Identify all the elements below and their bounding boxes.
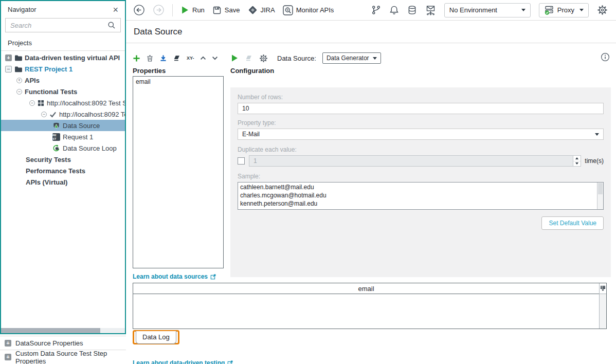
- clear-icon-disabled[interactable]: [245, 54, 253, 62]
- tree-item-label: Data-driven testing virtual API: [25, 54, 120, 62]
- spinner-up-icon[interactable]: [573, 156, 581, 161]
- sample-label: Sample:: [238, 173, 604, 180]
- proxy-button[interactable]: Proxy: [539, 3, 589, 17]
- expand-plus-icon[interactable]: +: [16, 78, 22, 83]
- tree-item-label: Security Tests: [26, 156, 71, 163]
- learn-data-driven-testing-link[interactable]: Learn about data-driven testing: [133, 359, 233, 364]
- email-column-header[interactable]: email: [133, 283, 599, 294]
- main-area: Run Save JIRA Monitor APIs: [126, 0, 616, 364]
- learn-data-sources-link[interactable]: Learn about data sources: [133, 273, 216, 280]
- tree-item-label: Request 1: [63, 133, 93, 141]
- number-of-rows-input[interactable]: 10: [238, 103, 604, 114]
- navigator-panel: Navigator × Search Projects + Data-drive…: [0, 0, 126, 334]
- jira-button[interactable]: JIRA: [248, 5, 275, 15]
- duplicate-count-input[interactable]: 1: [249, 155, 581, 167]
- notifications-bell-icon[interactable]: [389, 5, 399, 15]
- tree-item-label: Data Source Loop: [63, 144, 117, 152]
- tree-item-virtual-api-project[interactable]: + Data-driven testing virtual API: [1, 52, 125, 63]
- property-item[interactable]: email: [133, 78, 223, 86]
- search-input[interactable]: Search: [5, 18, 121, 32]
- tree-item-test-case[interactable]: − http://localhost:8092 Te: [1, 108, 125, 120]
- add-property-icon[interactable]: [133, 54, 140, 62]
- tree-item-request-1[interactable]: REST Request 1: [1, 131, 125, 142]
- xy-icon[interactable]: XY-: [187, 56, 194, 61]
- properties-list[interactable]: email: [133, 76, 224, 268]
- run-datasource-icon[interactable]: [230, 54, 239, 62]
- tree-item-label: REST Project 1: [25, 65, 73, 73]
- run-icon: [180, 6, 189, 14]
- collapse-minus-icon[interactable]: −: [5, 66, 12, 72]
- folder-icon: [14, 54, 22, 61]
- environment-value: No Environment: [449, 6, 497, 14]
- tree-item-test-suite[interactable]: − http://localhost:8092 Test S: [1, 97, 125, 108]
- tree-item-rest-project[interactable]: − REST Project 1: [1, 63, 125, 75]
- forward-icon[interactable]: [153, 4, 165, 16]
- collapse-minus-icon[interactable]: −: [29, 100, 35, 106]
- save-button[interactable]: Save: [212, 6, 240, 15]
- navigator-title: Navigator: [8, 6, 37, 13]
- info-icon[interactable]: [601, 52, 610, 62]
- clear-values-icon[interactable]: [173, 54, 181, 62]
- data-source-select[interactable]: Data Generator: [322, 52, 381, 64]
- monitor-apis-button[interactable]: Monitor APIs: [283, 5, 334, 15]
- button-row: Set Default Value: [238, 216, 604, 230]
- move-up-icon[interactable]: [200, 56, 206, 60]
- editor-content: XY- Properties email Learn about data so…: [126, 44, 616, 364]
- sample-list[interactable]: cathleen.barnett@mail.edu charles.mcgowa…: [238, 182, 604, 210]
- sample-value: charles.mcgowan@hotmail.edu: [240, 191, 595, 199]
- configuration-column: Data Source: Data Generator Configuratio…: [230, 51, 611, 277]
- configuration-header: Configuration: [230, 65, 611, 76]
- tree-item-performance-tests[interactable]: Performance Tests: [1, 165, 125, 176]
- tree-item-security-tests[interactable]: Security Tests: [1, 154, 125, 165]
- custom-datasource-properties-section[interactable]: + Custom Data Source Test Step Propertie…: [0, 350, 126, 364]
- tree-item-label: Performance Tests: [26, 167, 85, 175]
- datasource-properties-section[interactable]: + DataSource Properties: [0, 336, 126, 350]
- collapse-minus-icon[interactable]: −: [41, 112, 47, 117]
- move-down-icon[interactable]: [212, 56, 218, 60]
- database-icon[interactable]: [407, 5, 417, 15]
- data-source-loop-icon: [52, 144, 60, 152]
- table-scrollbar[interactable]: [599, 283, 606, 329]
- scrollbar-thumb[interactable]: [598, 183, 603, 194]
- table-options-icon[interactable]: [600, 283, 606, 294]
- navigator-horizontal-scrollbar[interactable]: [1, 328, 125, 333]
- property-type-value: E-Mail: [242, 131, 260, 138]
- main-toolbar: Run Save JIRA Monitor APIs: [126, 0, 616, 21]
- tree-item-label: http://localhost:8092 Test S: [47, 99, 125, 107]
- navigator-header: Navigator ×: [1, 1, 125, 16]
- tab-data-log[interactable]: Data Log: [136, 331, 176, 344]
- set-default-value-button[interactable]: Set Default Value: [541, 216, 604, 230]
- expand-plus-icon[interactable]: +: [5, 54, 12, 61]
- property-type-select[interactable]: E-Mail: [238, 129, 604, 140]
- collapse-minus-icon[interactable]: −: [16, 89, 22, 95]
- back-icon[interactable]: [133, 4, 145, 16]
- settings-gear-icon[interactable]: [259, 54, 268, 63]
- tree-item-data-source-loop[interactable]: Data Source Loop: [1, 142, 125, 154]
- scrollbar-thumb[interactable]: [1, 328, 100, 333]
- settings-gear-icon[interactable]: [597, 5, 608, 15]
- import-properties-icon[interactable]: [159, 54, 167, 62]
- tree-item-apis[interactable]: + APIs: [1, 75, 125, 86]
- tree-item-data-source[interactable]: Data Source: [1, 120, 125, 131]
- spinner-down-icon[interactable]: [573, 161, 581, 167]
- sample-scrollbar[interactable]: [597, 183, 603, 209]
- expand-plus-icon[interactable]: +: [5, 340, 11, 347]
- tree-item-label: http://localhost:8092 Te: [59, 111, 125, 118]
- chevron-down-icon: [521, 9, 526, 11]
- monitor-apis-icon: [283, 5, 293, 15]
- close-icon[interactable]: ×: [113, 7, 118, 13]
- duplicate-checkbox[interactable]: [238, 157, 245, 165]
- expand-plus-icon[interactable]: +: [5, 354, 11, 360]
- git-branch-icon[interactable]: [371, 5, 381, 15]
- test-case-icon: [49, 111, 57, 118]
- mock-services-icon[interactable]: [425, 5, 436, 15]
- chevron-down-icon: [595, 133, 599, 136]
- data-log-table-main: email: [133, 283, 599, 329]
- tree-item-apis-virtual[interactable]: APIs (Virtual): [1, 176, 125, 188]
- environment-select[interactable]: No Environment: [444, 3, 531, 17]
- run-button[interactable]: Run: [180, 6, 205, 14]
- project-tree: + Data-driven testing virtual API − REST…: [1, 51, 125, 328]
- delete-property-icon[interactable]: [146, 54, 154, 62]
- tree-item-functional-tests[interactable]: − Functional Tests: [1, 86, 125, 97]
- data-source-value: Data Generator: [327, 54, 369, 62]
